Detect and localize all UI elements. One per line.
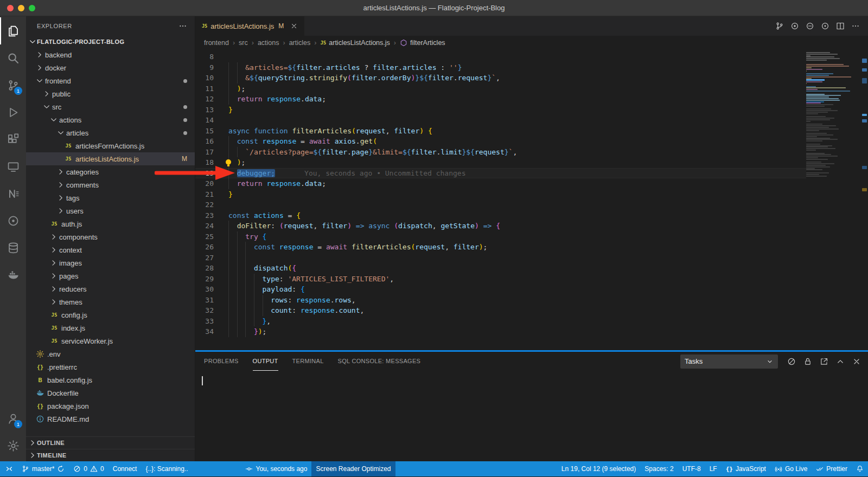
- line-number[interactable]: 28: [195, 263, 214, 274]
- tree-item-docker[interactable]: docker: [26, 61, 195, 74]
- tree-item-articles[interactable]: articles: [26, 126, 195, 139]
- code-line-13[interactable]: 13}: [195, 105, 806, 115]
- line-number[interactable]: 30: [195, 284, 214, 295]
- line-number[interactable]: 19: [195, 168, 214, 179]
- code-line-21[interactable]: 21}: [195, 189, 806, 200]
- line-number[interactable]: 10: [195, 73, 214, 83]
- docker-button[interactable]: [0, 261, 26, 288]
- line-number[interactable]: 22: [195, 199, 214, 210]
- line-number[interactable]: 11: [195, 83, 214, 94]
- indentation[interactable]: Spaces: 2: [640, 461, 678, 476]
- maximize-panel-button[interactable]: [834, 356, 846, 368]
- line-number[interactable]: 32: [195, 305, 214, 316]
- line-number[interactable]: 8: [195, 51, 214, 62]
- previous-change-button[interactable]: [804, 20, 816, 32]
- tree-item-src[interactable]: src: [26, 100, 195, 113]
- line-number[interactable]: 34: [195, 326, 214, 337]
- notifications[interactable]: [852, 461, 868, 476]
- code-line-8[interactable]: 8: [195, 51, 806, 62]
- breadcrumb-symbol[interactable]: filterArticles: [400, 39, 445, 47]
- gitlens-blame[interactable]: You, seconds ago: [241, 461, 311, 476]
- zoom-window-button[interactable]: [29, 5, 35, 11]
- code-line-23[interactable]: 23const actions = {: [195, 210, 806, 221]
- tree-item-articleslistactions-js[interactable]: JSarticlesListActions.jsM: [26, 152, 195, 165]
- tree-item-themes[interactable]: themes: [26, 295, 195, 308]
- more-actions-button[interactable]: [850, 20, 861, 32]
- open-in-editor-button[interactable]: [818, 356, 830, 368]
- lock-scroll-button[interactable]: [802, 356, 814, 368]
- code-editor[interactable]: 89&articles=${filter.articles ? filter.a…: [195, 50, 806, 350]
- code-line-31[interactable]: 31rows: response.rows,: [195, 295, 806, 306]
- sqltools-connect[interactable]: Connect: [108, 461, 142, 476]
- line-number[interactable]: 18: [195, 157, 214, 168]
- code-line-27[interactable]: 27: [195, 253, 806, 263]
- line-number[interactable]: 27: [195, 253, 214, 263]
- line-number[interactable]: 29: [195, 274, 214, 285]
- line-number[interactable]: 33: [195, 316, 214, 327]
- breadcrumb-actions[interactable]: actions: [258, 39, 279, 47]
- code-line-9[interactable]: 9&articles=${filter.articles ? filter.ar…: [195, 62, 806, 73]
- editor-tab[interactable]: JS articlesListActions.js M: [195, 16, 304, 36]
- breadcrumb-src[interactable]: src: [239, 39, 248, 47]
- cursor-position[interactable]: Ln 19, Col 12 (9 selected): [557, 461, 640, 476]
- panel-tab-output[interactable]: OUTPUT: [253, 352, 278, 371]
- tree-item-babel-config-js[interactable]: Bbabel.config.js: [26, 373, 195, 386]
- panel-tab-sql-console-messages[interactable]: SQL CONSOLE: MESSAGES: [338, 352, 421, 371]
- more-actions-icon[interactable]: [178, 22, 187, 30]
- line-number[interactable]: 9: [195, 62, 214, 73]
- code-line-14[interactable]: 14: [195, 115, 806, 126]
- panel-tab-terminal[interactable]: TERMINAL: [292, 352, 324, 371]
- code-line-34[interactable]: 34});: [195, 326, 806, 337]
- code-line-10[interactable]: 10&${queryString.stringify(filter.orderB…: [195, 73, 806, 83]
- eol[interactable]: LF: [705, 461, 722, 476]
- encoding[interactable]: UTF-8: [678, 461, 705, 476]
- close-window-button[interactable]: [7, 5, 14, 11]
- line-number[interactable]: 31: [195, 295, 214, 306]
- tree-item-reducers[interactable]: reducers: [26, 282, 195, 295]
- line-number[interactable]: 15: [195, 126, 214, 137]
- tree-item-actions[interactable]: actions: [26, 113, 195, 126]
- code-line-30[interactable]: 30payload: {: [195, 284, 806, 295]
- extensions-button[interactable]: [0, 126, 26, 153]
- tree-item-dockerfile[interactable]: Dockerfile: [26, 386, 195, 399]
- line-number[interactable]: 12: [195, 94, 214, 105]
- line-number[interactable]: 21: [195, 189, 214, 200]
- code-line-33[interactable]: 33},: [195, 316, 806, 327]
- prettier[interactable]: Prettier: [812, 461, 852, 476]
- clear-output-button[interactable]: [786, 356, 797, 368]
- minimap[interactable]: [806, 50, 860, 177]
- tree-item-auth-js[interactable]: JSauth.js: [26, 217, 195, 230]
- go-live[interactable]: Go Live: [770, 461, 812, 476]
- line-number[interactable]: 14: [195, 115, 214, 126]
- split-editor-button[interactable]: [834, 20, 846, 32]
- sqltools-button[interactable]: [0, 234, 26, 261]
- code-line-12[interactable]: 12return response.data;: [195, 94, 806, 105]
- tree-item-pages[interactable]: pages: [26, 269, 195, 282]
- section-timeline[interactable]: TIMELINE: [26, 449, 195, 461]
- open-changes-button[interactable]: [774, 20, 786, 32]
- line-number[interactable]: 17: [195, 147, 214, 158]
- close-tab-icon[interactable]: [290, 22, 298, 30]
- tree-item-prettierrc[interactable]: {}.prettierrc: [26, 360, 195, 373]
- tree-item-components[interactable]: components: [26, 230, 195, 243]
- remote-indicator[interactable]: [1, 461, 17, 476]
- remote-explorer-button[interactable]: [0, 153, 26, 180]
- source-control-button[interactable]: 1: [0, 72, 26, 99]
- code-line-26[interactable]: 26const response = await filterArticles(…: [195, 242, 806, 253]
- code-line-28[interactable]: 28dispatch({: [195, 263, 806, 274]
- tree-item-categories[interactable]: categories: [26, 165, 195, 178]
- tree-item-index-js[interactable]: JSindex.js: [26, 321, 195, 334]
- lightbulb-icon[interactable]: [226, 159, 231, 165]
- code-line-24[interactable]: 24doFilter: (request, filter) => async (…: [195, 221, 806, 231]
- line-number[interactable]: 25: [195, 231, 214, 242]
- problems[interactable]: 00: [69, 461, 108, 476]
- gitlens-file-blame-button[interactable]: [789, 20, 801, 32]
- line-number[interactable]: 13: [195, 105, 214, 115]
- output-content[interactable]: [195, 371, 868, 461]
- output-channel-select[interactable]: Tasks: [680, 354, 778, 369]
- code-line-25[interactable]: 25try {: [195, 231, 806, 242]
- line-number[interactable]: 24: [195, 221, 214, 231]
- breadcrumb-frontend[interactable]: frontend: [204, 39, 229, 47]
- code-line-11[interactable]: 11);: [195, 83, 806, 94]
- language-mode[interactable]: {}JavaScript: [722, 461, 770, 476]
